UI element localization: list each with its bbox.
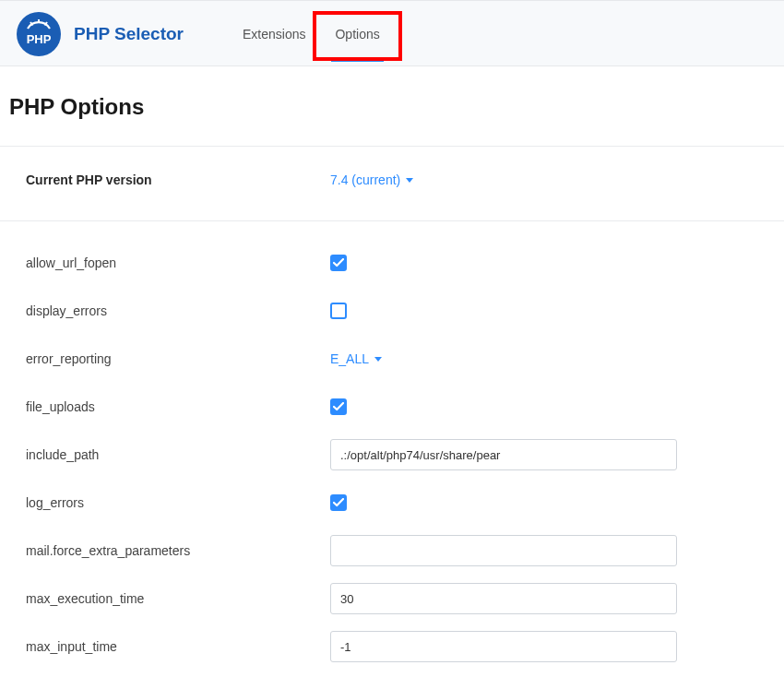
- option-row-display_errors: display_errors: [26, 288, 758, 334]
- page-title: PHP Options: [7, 94, 777, 120]
- logo-wrap: PHP PHP Selector: [17, 12, 184, 56]
- input-max_input_time[interactable]: [330, 631, 677, 662]
- checkbox-log_errors[interactable]: [330, 494, 347, 511]
- dropdown-value: E_ALL: [330, 351, 369, 366]
- option-label: include_path: [26, 447, 330, 462]
- checkbox-file_uploads[interactable]: [330, 398, 347, 415]
- option-label: max_execution_time: [26, 591, 330, 606]
- option-label: max_input_time: [26, 639, 330, 654]
- option-row-log_errors: log_errors: [26, 480, 758, 526]
- version-row: Current PHP version 7.4 (current): [7, 147, 777, 220]
- option-label: mail.force_extra_parameters: [26, 543, 330, 558]
- option-row-allow_url_fopen: allow_url_fopen: [26, 240, 758, 286]
- app-title: PHP Selector: [74, 24, 184, 44]
- php-logo-icon: PHP: [17, 12, 61, 56]
- option-label: allow_url_fopen: [26, 255, 330, 270]
- option-row-include_path: include_path: [26, 432, 758, 478]
- header-bar: PHP PHP Selector Extensions Options: [0, 0, 784, 66]
- caret-down-icon: [406, 178, 413, 183]
- caret-down-icon: [374, 357, 382, 362]
- dropdown-error_reporting[interactable]: E_ALL: [330, 351, 382, 366]
- option-row-max_execution_time: max_execution_time: [26, 576, 758, 622]
- option-label: error_reporting: [26, 351, 330, 366]
- option-row-error_reporting: error_reportingE_ALL: [26, 336, 758, 382]
- version-label: Current PHP version: [26, 172, 330, 187]
- input-mail_force_extra_parameters[interactable]: [330, 535, 677, 566]
- options-list: allow_url_fopendisplay_errorserror_repor…: [7, 221, 777, 670]
- option-row-mail_force_extra_parameters: mail.force_extra_parameters: [26, 528, 758, 574]
- page-body: PHP Options Current PHP version 7.4 (cur…: [0, 66, 784, 689]
- checkbox-allow_url_fopen[interactable]: [330, 255, 347, 271]
- version-dropdown[interactable]: 7.4 (current): [330, 172, 413, 187]
- tabs: Extensions Options: [228, 18, 395, 51]
- svg-text:PHP: PHP: [27, 32, 52, 46]
- tab-options[interactable]: Options: [320, 18, 394, 51]
- input-include_path[interactable]: [330, 439, 677, 470]
- checkbox-display_errors[interactable]: [330, 303, 347, 319]
- option-label: log_errors: [26, 495, 330, 510]
- version-value: 7.4 (current): [330, 172, 400, 187]
- option-row-file_uploads: file_uploads: [26, 384, 758, 430]
- tab-extensions[interactable]: Extensions: [228, 18, 320, 51]
- input-max_execution_time[interactable]: [330, 583, 677, 614]
- option-label: display_errors: [26, 303, 330, 318]
- option-row-max_input_time: max_input_time: [26, 624, 758, 670]
- option-label: file_uploads: [26, 399, 330, 414]
